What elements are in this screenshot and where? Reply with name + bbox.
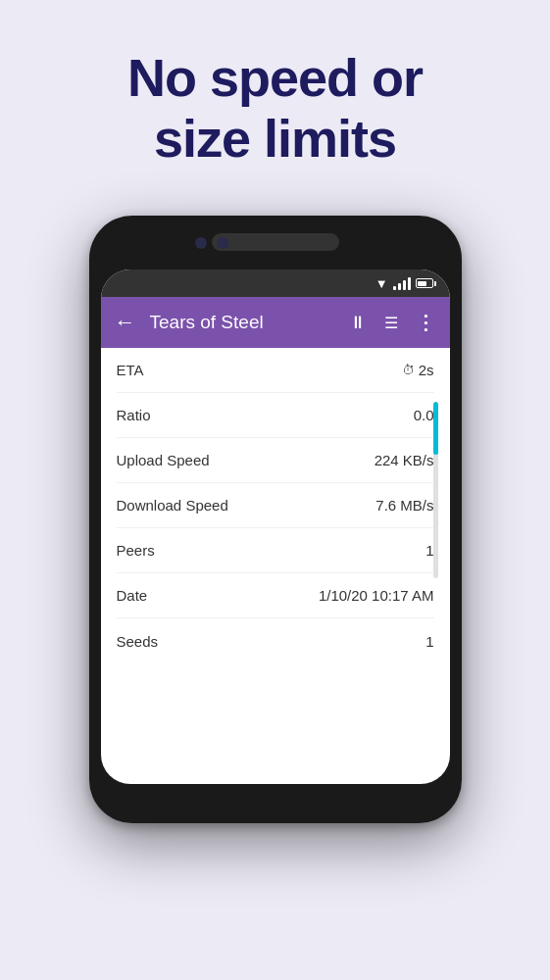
row-value-text: 224 KB/s — [375, 452, 434, 468]
battery-icon — [416, 278, 436, 288]
list-row: ETA⏱2s — [117, 348, 434, 393]
list-row: Peers1 — [117, 528, 434, 573]
camera-dot-left — [195, 237, 207, 249]
wifi-icon: ▼ — [375, 276, 388, 291]
pause-button[interactable]: ⏸ — [349, 313, 367, 333]
row-value: 224 KB/s — [375, 452, 434, 468]
list-row: Date1/10/20 10:17 AM — [117, 573, 434, 618]
list-row: Download Speed7.6 MB/s — [117, 483, 434, 528]
status-bar: ▼ — [101, 270, 450, 297]
phone-body: ▼ — [89, 216, 462, 823]
headline: No speed or size limits — [88, 47, 462, 169]
battery-tip — [434, 281, 436, 286]
signal-bar-4 — [408, 277, 411, 290]
list-row: Ratio0.0 — [117, 393, 434, 438]
row-value-text: 1 — [425, 633, 433, 650]
app-bar-actions: ⏸ ☰ ⋮ — [349, 311, 436, 334]
signal-bar-3 — [403, 280, 406, 290]
phone-speaker — [212, 233, 339, 251]
row-label: ETA — [117, 362, 144, 378]
headline-text: No speed or size limits — [127, 47, 423, 169]
phone-mockup: ▼ — [89, 216, 462, 823]
row-label: Date — [117, 587, 148, 604]
list-button[interactable]: ☰ — [384, 314, 398, 332]
phone-screen: ▼ — [101, 270, 450, 784]
row-value: 1 — [425, 633, 433, 650]
clock-icon: ⏱ — [402, 363, 415, 377]
signal-bar-2 — [398, 283, 401, 290]
signal-bar-1 — [393, 286, 396, 290]
row-value: ⏱2s — [402, 362, 434, 378]
row-value-text: 0.0 — [414, 407, 434, 423]
back-button[interactable]: ← — [115, 312, 136, 333]
row-label: Download Speed — [117, 497, 228, 514]
row-value: 7.6 MB/s — [375, 497, 433, 514]
row-label: Upload Speed — [117, 452, 210, 468]
list-row: Seeds1 — [117, 618, 434, 663]
row-value: 1/10/20 10:17 AM — [319, 587, 434, 604]
app-bar-title: Tears of Steel — [150, 312, 335, 333]
list-row: Upload Speed224 KB/s — [117, 438, 434, 483]
row-value-text: 7.6 MB/s — [375, 497, 433, 514]
status-icons: ▼ — [375, 276, 436, 291]
progress-bar — [433, 402, 438, 578]
row-value-text: 1/10/20 10:17 AM — [319, 587, 434, 604]
battery-fill — [418, 281, 426, 286]
progress-bar-fill — [433, 402, 438, 455]
row-value: 0.0 — [414, 407, 434, 423]
content-list: ETA⏱2sRatio0.0Upload Speed224 KB/sDownlo… — [101, 348, 450, 663]
row-label: Seeds — [117, 633, 159, 650]
battery-body — [416, 278, 433, 288]
more-button[interactable]: ⋮ — [416, 311, 436, 334]
camera-dot-right — [217, 237, 228, 249]
row-label: Peers — [117, 542, 155, 559]
row-value-text: 2s — [419, 362, 434, 378]
row-label: Ratio — [117, 407, 151, 423]
app-bar: ← Tears of Steel ⏸ ☰ ⋮ — [101, 297, 450, 348]
signal-bars — [393, 276, 411, 290]
